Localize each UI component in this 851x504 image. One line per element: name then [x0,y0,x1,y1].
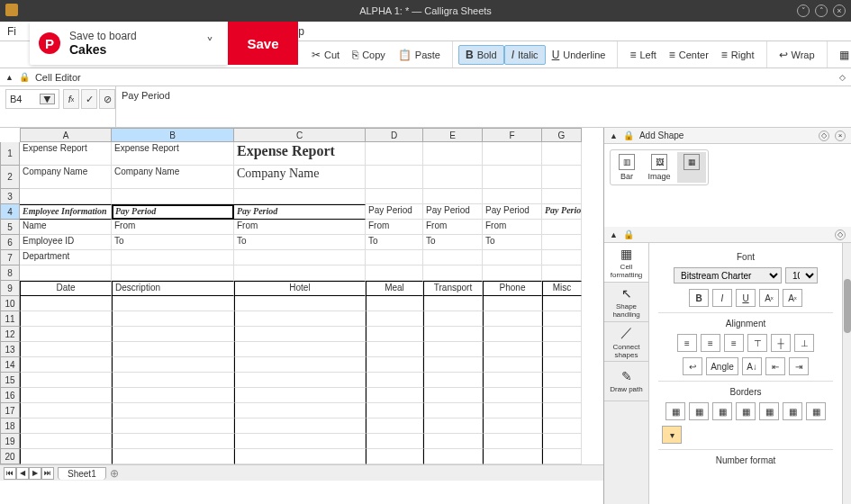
cell[interactable] [234,449,366,464]
tab-cell-formatting[interactable]: ▦Cell formatting [604,243,648,283]
cell[interactable]: Pay Period [234,204,366,220]
align-right-button[interactable]: ≡Right [715,46,761,64]
cell[interactable] [234,388,366,403]
cell[interactable] [20,449,112,464]
cell[interactable] [423,250,483,266]
cell[interactable]: Expense Report [20,142,112,166]
cell[interactable] [20,311,112,327]
cell[interactable] [112,434,234,449]
cell[interactable]: Employee Information [20,204,112,220]
panel-diamond-icon[interactable]: ◇ [835,230,846,240]
cell[interactable] [483,266,542,281]
row-2[interactable]: 2 [0,166,20,189]
cell[interactable] [423,388,483,403]
cell[interactable] [423,434,483,449]
close-button[interactable]: × [833,4,846,17]
prev-sheet-button[interactable]: ◀ [16,467,29,480]
row-15[interactable]: 15 [0,373,20,388]
cell[interactable] [542,250,582,266]
cell[interactable] [483,403,542,418]
cell[interactable] [542,189,582,204]
function-button[interactable]: fx [63,89,79,109]
cell[interactable]: Name [20,220,112,235]
cell[interactable]: Company Name [234,166,366,189]
board-name[interactable]: Cakes [69,42,201,57]
align-bottom-toggle[interactable]: ⊥ [794,334,814,352]
cell[interactable] [483,166,542,189]
cell[interactable] [112,388,234,403]
cell[interactable] [20,342,112,357]
cell[interactable] [20,388,112,403]
cell[interactable] [483,357,542,373]
row-18[interactable]: 18 [0,418,20,434]
cell[interactable] [423,266,483,281]
cell[interactable]: Transport [423,281,483,296]
cell[interactable] [112,418,234,434]
cell[interactable]: To [234,235,366,250]
cancel-edit-button[interactable]: ⊘ [99,89,115,109]
panel-diamond-icon[interactable]: ◇ [819,130,829,141]
cell-reference-box[interactable]: B4 ⯆ [5,89,59,109]
cell[interactable] [112,373,234,388]
cell[interactable] [483,434,542,449]
spreadsheet-grid[interactable]: A B C D E F G 1 2 3 4 5 6 7 8 9 10 11 12… [0,128,603,504]
cell[interactable] [20,403,112,418]
triangle-up-icon[interactable]: ▲ [610,230,618,239]
cell[interactable] [234,266,366,281]
align-left-toggle[interactable]: ≡ [677,334,697,352]
next-sheet-button[interactable]: ▶ [29,467,41,480]
row-12[interactable]: 12 [0,327,20,342]
wrap-toggle[interactable]: ↩ [683,357,702,375]
shape-bar-button[interactable]: ▥Bar [612,152,641,183]
cell[interactable]: Meal [366,281,423,296]
cell[interactable]: From [366,220,423,235]
cell[interactable] [542,166,582,189]
cell[interactable] [234,189,366,204]
cell[interactable] [483,342,542,357]
format-button[interactable]: ▦Format [833,46,851,64]
cell[interactable] [366,449,423,464]
cell[interactable] [366,357,423,373]
cell[interactable] [366,373,423,388]
cell[interactable] [20,189,112,204]
cell[interactable] [20,296,112,311]
cell[interactable] [234,418,366,434]
cell[interactable] [542,449,582,464]
cell[interactable] [234,357,366,373]
cell[interactable] [366,266,423,281]
cell[interactable] [234,403,366,418]
cell[interactable]: Company Name [112,166,234,189]
cell[interactable] [234,311,366,327]
cell[interactable] [483,250,542,266]
last-sheet-button[interactable]: ⏭ [41,467,54,480]
cell[interactable] [423,357,483,373]
cellref-dropdown-icon[interactable]: ⯆ [40,94,55,104]
cell[interactable] [112,250,234,266]
fill-color-button[interactable]: ▾ [662,426,682,444]
cell[interactable]: Employee ID [20,235,112,250]
italic-toggle[interactable]: I [712,289,732,307]
cell[interactable] [234,296,366,311]
border-2[interactable]: ▦ [689,402,709,420]
cell[interactable] [20,418,112,434]
border-5[interactable]: ▦ [759,402,779,420]
underline-toggle[interactable]: U [736,289,756,307]
cell[interactable] [366,388,423,403]
cell[interactable] [366,342,423,357]
cut-button[interactable]: ✂Cut [305,46,346,64]
cell[interactable] [234,434,366,449]
cell[interactable]: Misc [542,281,582,296]
cell[interactable] [366,189,423,204]
cell[interactable] [542,373,582,388]
border-6[interactable]: ▦ [783,402,802,420]
italic-button[interactable]: IItalic [504,45,546,65]
align-left-button[interactable]: ≡Left [623,46,662,64]
cell[interactable] [234,327,366,342]
shape-image-button[interactable]: 🖼Image [645,152,674,183]
cell[interactable] [483,388,542,403]
cell[interactable] [112,327,234,342]
bold-button[interactable]: BBold [458,45,504,65]
cell[interactable]: From [423,220,483,235]
font-family-select[interactable]: Bitstream Charter [674,267,782,284]
cell[interactable] [423,373,483,388]
